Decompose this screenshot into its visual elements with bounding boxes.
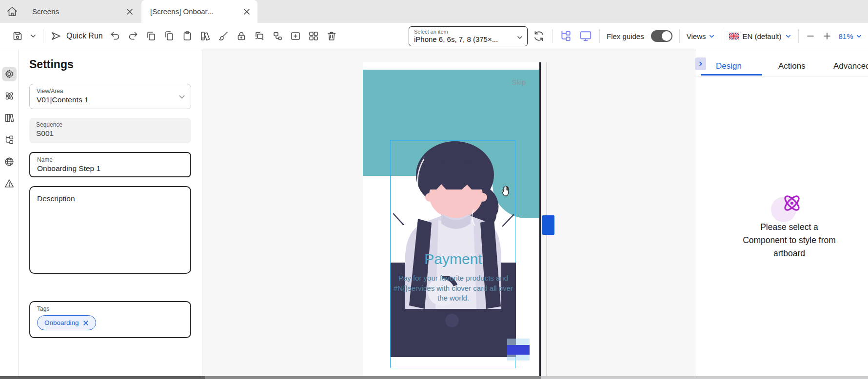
name-label: Name [37, 156, 183, 163]
zoom-level-value: 81% [839, 32, 853, 40]
rail-globe-button[interactable] [2, 154, 17, 169]
duplicate-button[interactable] [145, 30, 157, 42]
close-icon[interactable] [123, 5, 137, 19]
phone-frame-edge [539, 62, 541, 379]
components-button[interactable] [308, 30, 319, 42]
tag-chip-onboarding[interactable]: Onboarding [37, 315, 96, 330]
rail-library-button[interactable] [2, 111, 17, 125]
tag-chip-label: Onboarding [44, 319, 79, 326]
sequence-field[interactable]: Sequence S001 [29, 118, 191, 143]
paste-button[interactable] [181, 30, 193, 42]
payment-body-line: Pay for your favorite products and [385, 273, 522, 284]
plus-icon [822, 31, 832, 41]
home-button[interactable] [4, 4, 20, 19]
lock-icon [236, 30, 247, 42]
device-select-value: iPhone 6, 6s, 7, 8 (375×... [414, 35, 514, 43]
horizontal-scrollbar-track[interactable] [541, 376, 868, 379]
chevron-right-icon [698, 61, 704, 67]
zoom-in-button[interactable] [822, 31, 832, 41]
save-icon [12, 30, 23, 42]
payment-title-text[interactable]: Payment [391, 251, 516, 267]
sync-button[interactable] [533, 30, 545, 42]
skip-link[interactable]: Skip [501, 78, 536, 86]
redo-button[interactable] [127, 30, 139, 42]
rail-issues-button[interactable] [2, 176, 17, 191]
name-value: Onboarding Step 1 [37, 164, 183, 173]
tab-actions[interactable]: Actions [778, 61, 806, 71]
quick-run-label: Quick Run [66, 32, 103, 40]
tab-advanced[interactable]: Advanced [833, 61, 868, 71]
preview-monitor-button[interactable] [579, 30, 592, 42]
device-select-label: Select an item [414, 29, 522, 35]
empty-state-line: Component to style from [710, 234, 868, 247]
tab-label: Screens [23, 7, 123, 16]
save-button[interactable] [12, 30, 23, 42]
brush-button[interactable] [217, 30, 229, 42]
tab-screens[interactable]: Screens [23, 0, 140, 23]
zoom-out-button[interactable] [806, 31, 815, 41]
save-menu-button[interactable] [30, 33, 37, 39]
layers-tree-button[interactable] [559, 30, 572, 42]
description-placeholder: Description [37, 194, 183, 203]
sync-icon [533, 30, 545, 42]
flex-guides-toggle[interactable] [651, 30, 672, 42]
views-label: Views [687, 32, 706, 40]
design-styles-button[interactable] [199, 30, 211, 42]
device-select[interactable]: Select an item iPhone 6, 6s, 7, 8 (375×.… [409, 26, 528, 46]
selected-bar-shape[interactable] [507, 345, 530, 355]
empty-state-line: artboard [710, 247, 868, 260]
sequence-label: Sequence [36, 121, 184, 128]
undo-button[interactable] [109, 30, 121, 42]
flex-guides-label: Flex guides [607, 32, 644, 40]
app-window: Screens [Screens] Onboar... [0, 0, 868, 379]
horizontal-scrollbar-thumb[interactable] [0, 376, 205, 379]
minus-icon [806, 31, 815, 41]
duplicate-icon [145, 30, 157, 42]
copy-button[interactable] [163, 30, 175, 42]
tab-screens-onboarding[interactable]: [Screens] Onboar... [141, 0, 257, 23]
chevron-down-icon [30, 33, 37, 39]
quick-run-button[interactable]: Quick Run [50, 30, 103, 42]
view-area-label: View/Area [37, 88, 184, 95]
language-label: EN (default) [742, 32, 781, 40]
undo-icon [109, 30, 121, 42]
tab-label: [Screens] Onboar... [141, 7, 240, 16]
rail-settings-button[interactable] [2, 67, 17, 81]
add-frame-button[interactable] [290, 30, 301, 42]
design-styles-icon [199, 30, 211, 42]
design-canvas[interactable]: Skip [202, 49, 695, 379]
tags-field[interactable]: Tags Onboarding [29, 301, 191, 338]
remove-tag-icon[interactable] [83, 320, 89, 326]
empty-state-message: Please select a Component to style from … [710, 221, 868, 260]
tab-design[interactable]: Design [716, 61, 742, 71]
payment-body-line: #N{}services with clover card all over [385, 284, 522, 294]
selection-box: Payment Pay for your favorite products a… [390, 140, 515, 368]
empty-state-line: Please select a [710, 221, 868, 234]
copy-icon [163, 30, 175, 42]
page-dot-shape[interactable] [445, 314, 459, 327]
phone-artboard[interactable]: Skip [363, 62, 540, 379]
add-frame-icon [290, 30, 301, 42]
payment-body-text[interactable]: Pay for your favorite products and #N{}s… [385, 273, 522, 303]
paste-icon [181, 30, 193, 42]
chevron-down-icon [516, 34, 523, 41]
name-field[interactable]: Name Onboarding Step 1 [29, 152, 191, 177]
rail-prototype-button[interactable] [2, 89, 17, 103]
close-icon[interactable] [240, 5, 254, 19]
view-area-select[interactable]: View/Area V01|Contents 1 [29, 84, 191, 109]
payment-body-line: the world. [385, 293, 522, 303]
language-dropdown[interactable]: EN (default) [729, 32, 791, 40]
rail-structure-button[interactable] [2, 133, 17, 147]
horizontal-scrollbar-thumb-secondary[interactable] [205, 376, 541, 379]
uk-flag-icon [729, 33, 739, 39]
delete-button[interactable] [326, 30, 337, 42]
description-textarea[interactable]: Description [29, 186, 191, 274]
ungroup-button[interactable] [272, 30, 283, 42]
ungroup-icon [272, 30, 283, 42]
group-button[interactable] [254, 30, 265, 42]
collapse-panel-button[interactable] [695, 57, 706, 70]
views-dropdown[interactable]: Views [687, 32, 715, 40]
canvas-scroll-handle[interactable] [542, 215, 554, 235]
zoom-level-dropdown[interactable]: 81% [839, 32, 862, 40]
lock-button[interactable] [236, 30, 247, 42]
